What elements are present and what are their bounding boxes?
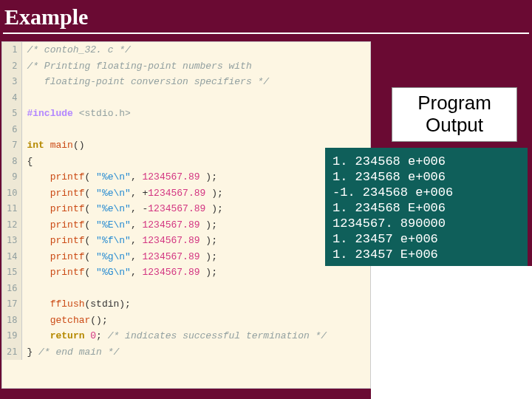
line-number: 14 — [2, 249, 22, 265]
line-number: 12 — [2, 217, 22, 233]
code-line: 1/* contoh_32. c */ — [2, 42, 370, 58]
line-number: 2 — [2, 58, 22, 75]
code-content — [22, 281, 370, 297]
code-line: 5#include <stdio.h> — [2, 106, 370, 122]
code-line: 9 printf( "%e\n", 1234567.89 ); — [2, 169, 370, 185]
code-content: getchar(); — [22, 313, 370, 329]
code-line: 14 printf( "%g\n", 1234567.89 ); — [2, 249, 370, 265]
line-number: 9 — [2, 169, 22, 185]
code-content: printf( "%e\n", 1234567.89 ); — [22, 169, 370, 185]
code-table: 1/* contoh_32. c */2/* Printing floating… — [2, 42, 370, 360]
code-content: } /* end main */ — [22, 344, 370, 361]
line-number: 21 — [2, 344, 22, 361]
line-number: 10 — [2, 185, 22, 202]
code-content: int main() — [22, 137, 370, 154]
code-line: 3 floating-point conversion specifiers *… — [2, 74, 370, 90]
line-number: 3 — [2, 74, 22, 90]
code-line: 4 — [2, 90, 370, 106]
output-title-box: Program Output — [392, 87, 517, 142]
code-line: 15 printf( "%G\n", 1234567.89 ); — [2, 265, 370, 281]
output-title-text: Program Output — [392, 92, 516, 137]
code-content — [22, 122, 370, 138]
code-content: printf( "%G\n", 1234567.89 ); — [22, 265, 370, 281]
code-line: 18 getchar(); — [2, 313, 370, 329]
line-number: 11 — [2, 201, 22, 217]
code-content: printf( "%e\n", -1234567.89 ); — [22, 201, 370, 217]
code-content: printf( "%e\n", +1234567.89 ); — [22, 185, 370, 202]
code-content: /* contoh_32. c */ — [22, 42, 370, 58]
line-number: 5 — [2, 106, 22, 122]
line-number: 16 — [2, 281, 22, 297]
program-output: 1. 234568 e+006 1. 234568 e+006 -1. 2345… — [325, 148, 528, 266]
code-content: { — [22, 154, 370, 170]
code-line: 11 printf( "%e\n", -1234567.89 ); — [2, 201, 370, 217]
line-number: 18 — [2, 313, 22, 329]
code-line: 10 printf( "%e\n", +1234567.89 ); — [2, 185, 370, 202]
line-number: 19 — [2, 328, 22, 344]
code-line: 7int main() — [2, 137, 370, 154]
code-line: 16 — [2, 281, 370, 297]
code-content: floating-point conversion specifiers */ — [22, 74, 370, 90]
code-line: 13 printf( "%f\n", 1234567.89 ); — [2, 233, 370, 249]
code-content: /* Printing floating-point numbers with — [22, 58, 370, 75]
code-content: return 0; /* indicates successful termin… — [22, 328, 370, 344]
line-number: 17 — [2, 296, 22, 313]
code-line: 19 return 0; /* indicates successful ter… — [2, 328, 370, 344]
code-line: 12 printf( "%E\n", 1234567.89 ); — [2, 217, 370, 233]
code-listing: 1/* contoh_32. c */2/* Printing floating… — [1, 41, 371, 389]
code-line: 2/* Printing floating-point numbers with — [2, 58, 370, 75]
code-line: 21} /* end main */ — [2, 344, 370, 361]
title-underline — [3, 33, 529, 34]
code-content — [22, 90, 370, 106]
line-number: 7 — [2, 137, 22, 154]
bottom-white-area — [371, 266, 532, 399]
code-line: 8{ — [2, 154, 370, 170]
line-number: 13 — [2, 233, 22, 249]
slide-title: Example — [0, 0, 532, 33]
line-number: 6 — [2, 122, 22, 138]
code-content: printf( "%f\n", 1234567.89 ); — [22, 233, 370, 249]
line-number: 4 — [2, 90, 22, 106]
code-line: 17 fflush(stdin); — [2, 296, 370, 313]
line-number: 15 — [2, 265, 22, 281]
code-content: printf( "%E\n", 1234567.89 ); — [22, 217, 370, 233]
code-content: printf( "%g\n", 1234567.89 ); — [22, 249, 370, 265]
code-content: #include <stdio.h> — [22, 106, 370, 122]
line-number: 1 — [2, 42, 22, 58]
code-line: 6 — [2, 122, 370, 138]
code-content: fflush(stdin); — [22, 296, 370, 313]
line-number: 8 — [2, 154, 22, 170]
